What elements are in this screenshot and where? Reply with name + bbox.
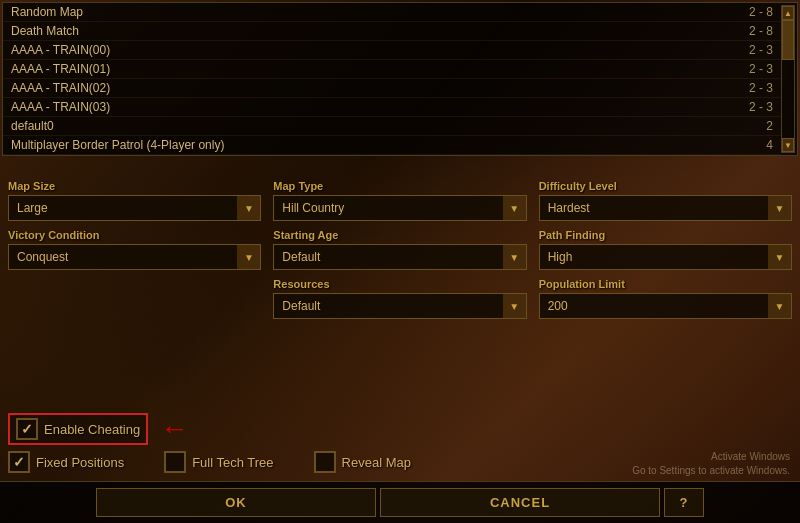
fixed-positions-checkbox[interactable] <box>8 451 30 473</box>
map-name: Random Map <box>11 5 83 19</box>
map-type-dropdown-wrapper: Hill Country ▼ <box>273 195 526 221</box>
map-name: AAAA - TRAIN(01) <box>11 62 110 76</box>
full-tech-tree-label: Full Tech Tree <box>192 455 273 470</box>
list-item[interactable]: Random Map 2 - 8 <box>3 3 781 22</box>
map-size-dropdown[interactable]: Large <box>8 195 261 221</box>
population-dropdown-wrapper: 200 ▼ <box>539 293 792 319</box>
controls-section: Map Size Large ▼ Map Type Hill Country ▼ <box>0 170 800 409</box>
list-item[interactable]: Death Match 2 - 8 <box>3 22 781 41</box>
population-dropdown[interactable]: 200 <box>539 293 792 319</box>
map-name: AAAA - TRAIN(00) <box>11 43 110 57</box>
full-tech-tree-checkbox[interactable] <box>164 451 186 473</box>
map-name: default0 <box>11 119 54 133</box>
reveal-map-label: Reveal Map <box>342 455 411 470</box>
difficulty-group: Difficulty Level Hardest ▼ <box>539 180 792 221</box>
map-size-label: Map Size <box>8 180 261 192</box>
scroll-down-button[interactable]: ▼ <box>782 138 794 152</box>
path-finding-dropdown-wrapper: High ▼ <box>539 244 792 270</box>
map-players: 2 - 3 <box>743 81 773 95</box>
starting-age-group: Starting Age Default ▼ <box>273 229 526 270</box>
map-list-container: Random Map 2 - 8 Death Match 2 - 8 AAAA … <box>3 3 797 155</box>
list-item[interactable]: Multiplayer Border Patrol (4-Player only… <box>3 136 781 155</box>
path-finding-dropdown[interactable]: High <box>539 244 792 270</box>
map-players: 2 - 8 <box>743 24 773 38</box>
fixed-positions-label: Fixed Positions <box>36 455 124 470</box>
enable-cheating-checkbox[interactable] <box>16 418 38 440</box>
activate-windows-line2: Go to Settings to activate Windows. <box>632 464 790 478</box>
victory-label: Victory Condition <box>8 229 261 241</box>
map-list-section: Random Map 2 - 8 Death Match 2 - 8 AAAA … <box>2 2 798 156</box>
population-label: Population Limit <box>539 278 792 290</box>
difficulty-dropdown-wrapper: Hardest ▼ <box>539 195 792 221</box>
map-players: 2 - 8 <box>743 5 773 19</box>
activate-windows-notice: Activate Windows Go to Settings to activ… <box>632 450 790 478</box>
full-tech-tree-wrapper: Full Tech Tree <box>164 451 273 473</box>
path-finding-label: Path Finding <box>539 229 792 241</box>
scroll-thumb[interactable] <box>782 20 794 60</box>
scroll-up-button[interactable]: ▲ <box>782 6 794 20</box>
bottom-bar: OK Cancel ? <box>0 481 800 523</box>
resources-dropdown-wrapper: Default ▼ <box>273 293 526 319</box>
map-size-dropdown-wrapper: Large ▼ <box>8 195 261 221</box>
map-type-dropdown[interactable]: Hill Country <box>273 195 526 221</box>
main-container: Random Map 2 - 8 Death Match 2 - 8 AAAA … <box>0 0 800 523</box>
ok-button[interactable]: OK <box>96 488 376 517</box>
empty-cell-1 <box>8 278 261 319</box>
resources-label: Resources <box>273 278 526 290</box>
map-type-label: Map Type <box>273 180 526 192</box>
starting-age-label: Starting Age <box>273 229 526 241</box>
map-players: 4 <box>743 138 773 152</box>
fixed-positions-wrapper: Fixed Positions <box>8 451 124 473</box>
controls-row-3: Resources Default ▼ Population Limit 200… <box>8 278 792 319</box>
starting-age-dropdown[interactable]: Default <box>273 244 526 270</box>
map-players: 2 - 3 <box>743 62 773 76</box>
map-name: AAAA - TRAIN(02) <box>11 81 110 95</box>
arrow-indicator-icon: ← <box>160 415 188 443</box>
list-item[interactable]: AAAA - TRAIN(02) 2 - 3 <box>3 79 781 98</box>
cancel-button[interactable]: Cancel <box>380 488 660 517</box>
controls-row-1: Map Size Large ▼ Map Type Hill Country ▼ <box>8 180 792 221</box>
enable-cheating-wrapper: Enable Cheating <box>8 413 148 445</box>
starting-age-dropdown-wrapper: Default ▼ <box>273 244 526 270</box>
map-name: AAAA - TRAIN(03) <box>11 100 110 114</box>
map-size-group: Map Size Large ▼ <box>8 180 261 221</box>
help-button[interactable]: ? <box>664 488 704 517</box>
map-list-scrollbar[interactable]: ▲ ▼ <box>781 5 795 153</box>
resources-group: Resources Default ▼ <box>273 278 526 319</box>
map-list: Random Map 2 - 8 Death Match 2 - 8 AAAA … <box>3 3 781 155</box>
victory-dropdown[interactable]: Conquest <box>8 244 261 270</box>
enable-cheating-label: Enable Cheating <box>44 422 140 437</box>
difficulty-label: Difficulty Level <box>539 180 792 192</box>
enable-cheating-row: Enable Cheating ← <box>8 413 792 445</box>
map-players: 2 - 3 <box>743 100 773 114</box>
map-players: 2 <box>743 119 773 133</box>
victory-dropdown-wrapper: Conquest ▼ <box>8 244 261 270</box>
scroll-track <box>782 20 794 138</box>
map-name: Multiplayer Border Patrol (4-Player only… <box>11 138 224 152</box>
list-item[interactable]: default0 2 <box>3 117 781 136</box>
victory-group: Victory Condition Conquest ▼ <box>8 229 261 270</box>
map-players: 2 - 3 <box>743 43 773 57</box>
list-item[interactable]: AAAA - TRAIN(01) 2 - 3 <box>3 60 781 79</box>
map-type-group: Map Type Hill Country ▼ <box>273 180 526 221</box>
resources-dropdown[interactable]: Default <box>273 293 526 319</box>
reveal-map-checkbox[interactable] <box>314 451 336 473</box>
map-name: Death Match <box>11 24 79 38</box>
reveal-map-wrapper: Reveal Map <box>314 451 411 473</box>
list-item[interactable]: AAAA - TRAIN(03) 2 - 3 <box>3 98 781 117</box>
activate-windows-line1: Activate Windows <box>632 450 790 464</box>
population-group: Population Limit 200 ▼ <box>539 278 792 319</box>
controls-row-2: Victory Condition Conquest ▼ Starting Ag… <box>8 229 792 270</box>
path-finding-group: Path Finding High ▼ <box>539 229 792 270</box>
list-item[interactable]: AAAA - TRAIN(00) 2 - 3 <box>3 41 781 60</box>
difficulty-dropdown[interactable]: Hardest <box>539 195 792 221</box>
